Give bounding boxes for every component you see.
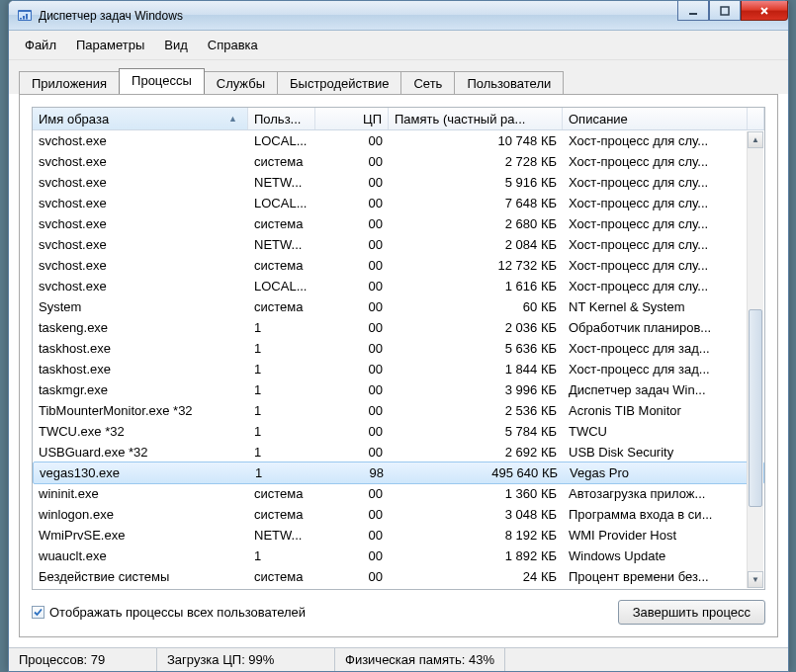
svg-rect-6: [721, 7, 729, 15]
tabs-container: Приложения Процессы Службы Быстродействи…: [9, 60, 788, 94]
table-row[interactable]: svchost.exeNETW...005 916 КБХост-процесс…: [33, 172, 764, 193]
cell-description: Хост-процесс для слу...: [563, 175, 764, 190]
col-memory[interactable]: Память (частный ра...: [389, 108, 563, 129]
cell-cpu: 00: [315, 424, 389, 439]
minimize-button[interactable]: [677, 1, 709, 21]
table-row[interactable]: svchost.exeсистема002 680 КБХост-процесс…: [33, 213, 764, 234]
cell-name: wuauclt.exe: [33, 548, 248, 563]
menu-help[interactable]: Справка: [198, 35, 268, 55]
table-header: Имя образа ▲ Польз... ЦП Память (частный…: [33, 108, 764, 130]
table-row[interactable]: svchost.exeLOCAL...001 616 КБХост-процес…: [33, 276, 764, 296]
table-row[interactable]: taskeng.exe1002 036 КБОбработчик планиро…: [33, 317, 764, 338]
svg-rect-5: [689, 13, 697, 15]
cell-memory: 5 916 КБ: [389, 175, 563, 190]
col-cpu[interactable]: ЦП: [315, 108, 389, 129]
status-processes: Процессов: 79: [9, 648, 157, 671]
table-row[interactable]: winlogon.exeсистема003 048 КБПрограмма в…: [33, 504, 764, 525]
cell-cpu: 98: [316, 465, 390, 480]
table-row[interactable]: USBGuard.exe *321002 692 КБUSB Disk Secu…: [33, 442, 764, 462]
table-row[interactable]: TibMounterMonitor.exe *321002 536 КБAcro…: [33, 400, 764, 421]
show-all-users-row[interactable]: Отображать процессы всех пользователей: [32, 605, 306, 620]
cell-user: система: [248, 569, 315, 584]
table-row[interactable]: WmiPrvSE.exeNETW...008 192 КБWMI Provide…: [33, 525, 764, 546]
table-row[interactable]: Systemсистема0060 КБNT Kernel & System: [33, 296, 764, 317]
cell-name: svchost.exe: [33, 196, 248, 210]
table-body[interactable]: svchost.exeLOCAL...0010 748 КБХост-проце…: [33, 130, 764, 589]
cell-memory: 2 728 КБ: [389, 154, 563, 169]
scroll-thumb[interactable]: [749, 309, 762, 507]
cell-memory: 2 692 КБ: [389, 445, 563, 460]
cell-name: taskmgr.exe: [33, 382, 248, 397]
col-image-name[interactable]: Имя образа ▲: [33, 108, 248, 129]
tab-applications[interactable]: Приложения: [19, 71, 120, 95]
tab-networking[interactable]: Сеть: [400, 71, 455, 95]
cell-description: Хост-процесс для слу...: [563, 258, 764, 273]
cell-cpu: 00: [315, 299, 389, 314]
cell-description: Обработчик планиров...: [563, 320, 764, 335]
cell-description: Хост-процесс для зад...: [563, 341, 764, 356]
cell-user: NETW...: [248, 528, 315, 543]
cell-name: taskeng.exe: [33, 320, 248, 335]
cell-cpu: 00: [315, 175, 389, 190]
titlebar[interactable]: Диспетчер задач Windows: [9, 1, 788, 31]
cell-user: NETW...: [248, 175, 315, 190]
cell-description: Автозагрузка прилож...: [563, 486, 764, 501]
cell-name: TibMounterMonitor.exe *32: [33, 403, 248, 418]
table-row[interactable]: svchost.exeNETW...002 084 КБХост-процесс…: [33, 234, 764, 255]
tab-services[interactable]: Службы: [204, 71, 278, 95]
table-row[interactable]: taskmgr.exe1003 996 КБДиспетчер задач Wi…: [33, 379, 764, 400]
menu-file[interactable]: Файл: [15, 35, 66, 55]
cell-memory: 7 648 КБ: [389, 196, 563, 210]
cell-description: Хост-процесс для слу...: [563, 216, 764, 231]
table-row[interactable]: wininit.exeсистема001 360 КБАвтозагрузка…: [33, 483, 764, 504]
cell-name: wininit.exe: [33, 486, 248, 501]
scroll-down-button[interactable]: ▼: [748, 571, 763, 588]
end-process-button[interactable]: Завершить процесс: [618, 600, 765, 625]
tab-panel-processes: Имя образа ▲ Польз... ЦП Память (частный…: [19, 94, 778, 637]
table-row[interactable]: Бездействие системысистема0024 КБПроцент…: [33, 566, 764, 587]
cell-description: Хост-процесс для слу...: [563, 237, 764, 252]
scrollbar[interactable]: ▲ ▼: [747, 131, 763, 588]
tab-performance[interactable]: Быстродействие: [277, 71, 401, 95]
table-row[interactable]: taskhost.exe1005 636 КБХост-процесс для …: [33, 338, 764, 359]
table-row[interactable]: svchost.exeсистема0012 732 КБХост-процес…: [33, 255, 764, 276]
show-all-users-label: Отображать процессы всех пользователей: [49, 605, 306, 620]
maximize-button[interactable]: [709, 1, 741, 21]
menu-view[interactable]: Вид: [154, 35, 198, 55]
tab-users[interactable]: Пользователи: [454, 71, 564, 95]
cell-name: taskhost.exe: [33, 341, 248, 356]
table-row[interactable]: wuauclt.exe1001 892 КБWindows Update: [33, 546, 764, 566]
col-description[interactable]: Описание: [563, 108, 748, 129]
table-row[interactable]: svchost.exeсистема002 728 КБХост-процесс…: [33, 151, 764, 172]
table-row[interactable]: vegas130.exe198495 640 КБVegas Pro: [33, 462, 764, 484]
table-row[interactable]: TWCU.exe *321005 784 КБTWCU: [33, 421, 764, 442]
menu-options[interactable]: Параметры: [66, 35, 154, 55]
col-user[interactable]: Польз...: [248, 108, 315, 129]
table-row[interactable]: svchost.exeLOCAL...0010 748 КБХост-проце…: [33, 130, 764, 151]
cell-user: 1: [248, 424, 315, 439]
cell-memory: 60 КБ: [389, 299, 563, 314]
status-cpu: Загрузка ЦП: 99%: [157, 648, 335, 671]
table-row[interactable]: taskhost.exe1001 844 КБХост-процесс для …: [33, 359, 764, 379]
cell-user: LOCAL...: [248, 196, 315, 210]
task-manager-window: Диспетчер задач Windows Файл Параметры В…: [8, 0, 789, 672]
cell-description: TWCU: [563, 424, 764, 439]
close-button[interactable]: [741, 1, 788, 21]
cell-cpu: 00: [315, 445, 389, 460]
cell-description: Процент времени без...: [563, 569, 764, 584]
table-row[interactable]: svchost.exeLOCAL...007 648 КБХост-процес…: [33, 193, 764, 213]
cell-memory: 5 784 КБ: [389, 424, 563, 439]
process-table: Имя образа ▲ Польз... ЦП Память (частный…: [32, 107, 765, 590]
cell-name: svchost.exe: [33, 258, 248, 273]
cell-description: Vegas Pro: [564, 465, 763, 480]
cell-cpu: 00: [315, 258, 389, 273]
tab-processes[interactable]: Процессы: [119, 68, 205, 94]
cell-user: 1: [249, 465, 316, 480]
cell-memory: 10 748 КБ: [389, 133, 563, 148]
cell-cpu: 00: [315, 341, 389, 356]
scroll-up-button[interactable]: ▲: [748, 131, 763, 148]
cell-cpu: 00: [315, 362, 389, 377]
show-all-users-checkbox[interactable]: [32, 606, 44, 619]
statusbar: Процессов: 79 Загрузка ЦП: 99% Физическа…: [9, 647, 788, 671]
cell-memory: 1 892 КБ: [389, 548, 563, 563]
